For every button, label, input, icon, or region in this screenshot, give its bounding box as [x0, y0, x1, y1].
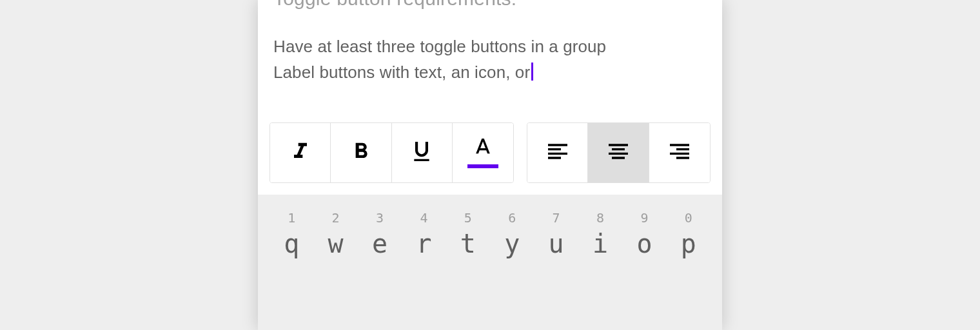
key-hint: 3: [358, 210, 402, 226]
key-hint: 5: [446, 210, 490, 226]
key-letter: u: [534, 231, 578, 257]
key-hint: 7: [534, 210, 578, 226]
key-letter: y: [490, 231, 534, 257]
editor-line: Label buttons with text, an icon, or: [273, 59, 707, 85]
text-color-icon: [470, 139, 496, 167]
keyboard-row-1: 1 q 2 w 3 e 4 r 5 t 6 y: [258, 210, 722, 257]
device-frame: Toggle button requirements: Have at leas…: [258, 0, 722, 330]
key-u[interactable]: 7 u: [534, 210, 578, 257]
key-letter: w: [313, 231, 357, 257]
section-heading: Toggle button requirements:: [273, 0, 707, 12]
underline-button[interactable]: [392, 123, 453, 182]
editor-area[interactable]: Toggle button requirements: Have at leas…: [258, 0, 722, 85]
align-center-icon: [605, 139, 631, 167]
key-letter: q: [270, 231, 313, 257]
align-center-button[interactable]: [588, 123, 649, 182]
key-hint: 9: [622, 210, 666, 226]
key-hint: 0: [667, 210, 710, 226]
align-right-icon: [667, 139, 692, 167]
key-p[interactable]: 0 p: [667, 210, 710, 257]
key-letter: i: [578, 231, 622, 257]
key-e[interactable]: 3 e: [358, 210, 402, 257]
key-letter: e: [358, 231, 402, 257]
alignment-group: [527, 122, 710, 183]
key-r[interactable]: 4 r: [402, 210, 446, 257]
key-hint: 8: [578, 210, 622, 226]
key-y[interactable]: 6 y: [490, 210, 534, 257]
key-hint: 6: [490, 210, 534, 226]
on-screen-keyboard: 1 q 2 w 3 e 4 r 5 t 6 y: [258, 195, 722, 330]
color-swatch: [467, 164, 498, 168]
text-color-button[interactable]: [453, 123, 513, 182]
key-t[interactable]: 5 t: [446, 210, 490, 257]
align-right-button[interactable]: [649, 123, 710, 182]
italic-icon: [288, 139, 313, 167]
formatting-toolbar: [258, 122, 722, 195]
key-i[interactable]: 8 i: [578, 210, 622, 257]
align-left-icon: [545, 139, 571, 167]
bold-button[interactable]: [331, 123, 391, 182]
editor-line: Have at least three toggle buttons in a …: [273, 34, 707, 59]
key-hint: 4: [402, 210, 446, 226]
key-hint: 2: [313, 210, 357, 226]
key-q[interactable]: 1 q: [270, 210, 313, 257]
align-left-button[interactable]: [527, 123, 588, 182]
italic-button[interactable]: [270, 123, 331, 182]
key-o[interactable]: 9 o: [622, 210, 666, 257]
key-letter: t: [446, 231, 490, 257]
key-letter: o: [622, 231, 666, 257]
text-cursor: [531, 63, 533, 81]
text-style-group: [270, 122, 514, 183]
key-hint: 1: [270, 210, 313, 226]
key-letter: p: [667, 231, 710, 257]
underline-icon: [409, 139, 435, 167]
key-w[interactable]: 2 w: [313, 210, 357, 257]
bold-icon: [348, 139, 374, 167]
editor-text: Label buttons with text, an icon, or: [273, 63, 530, 82]
key-letter: r: [402, 231, 446, 257]
